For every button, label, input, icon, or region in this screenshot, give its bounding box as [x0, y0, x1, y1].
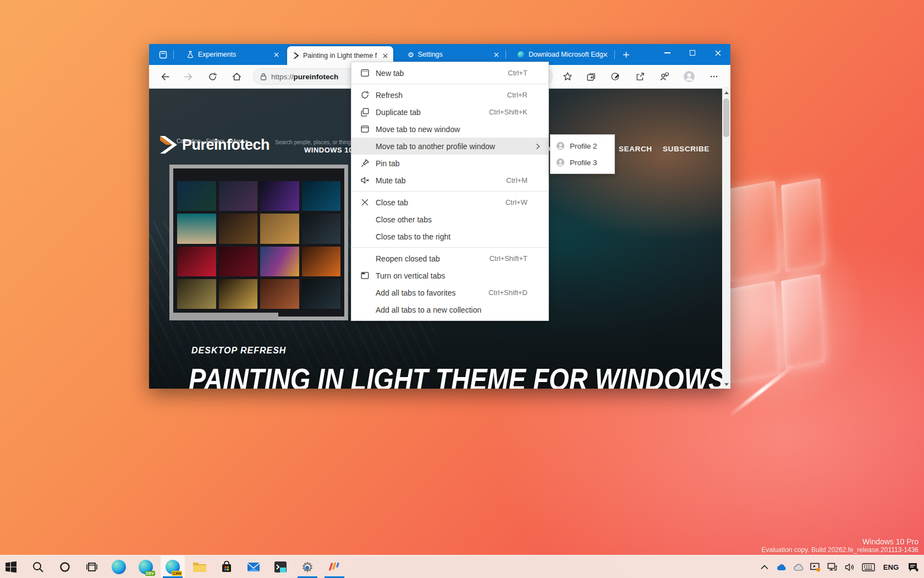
network-icon[interactable]: [827, 561, 838, 572]
nav-item[interactable]: SUBSCRIBE: [663, 145, 710, 153]
terminal-button[interactable]: [268, 555, 293, 578]
menu-item-close-other-tabs[interactable]: Close other tabs: [351, 211, 548, 228]
system-tray: ENG: [759, 555, 920, 578]
wallpaper-thumbnail: [260, 279, 299, 309]
submenu-arrow-icon: [535, 143, 541, 150]
hidden-icons-chevron[interactable]: [759, 561, 770, 572]
menu-item-shortcut: Ctrl+M: [506, 176, 542, 184]
edge-canary-taskbar-icon[interactable]: CAN: [161, 555, 185, 578]
scrollbar-thumb[interactable]: [723, 99, 729, 137]
article-headline-line1: PAINTING IN LIGHT THEME FOR WINDOWS: [189, 361, 725, 389]
menu-item-spacer: [359, 231, 370, 242]
menu-item-mute-tab[interactable]: Mute tab Ctrl+M: [351, 172, 548, 189]
cast-display-icon[interactable]: [810, 561, 821, 572]
dev-badge: DEV: [145, 571, 155, 576]
site-logo[interactable]: Pureinfotech: [159, 135, 270, 155]
profile-avatar[interactable]: [682, 69, 696, 84]
back-button[interactable]: [158, 69, 172, 84]
menu-item-move-tab-to-new-window[interactable]: Move tab to new window: [351, 121, 548, 138]
refresh-button[interactable]: [205, 69, 219, 84]
share-icon[interactable]: [633, 69, 647, 84]
menu-item-refresh[interactable]: Refresh Ctrl+R: [351, 86, 548, 103]
microsoft-store-button[interactable]: [215, 555, 239, 578]
vertical-tabs-icon: [359, 270, 370, 281]
edge-dev-taskbar-icon[interactable]: DEV: [134, 555, 158, 578]
forward-button[interactable]: [181, 69, 195, 84]
tab-close-button[interactable]: [383, 53, 388, 58]
minimize-button[interactable]: [654, 44, 680, 62]
url-domain: pureinfotech: [294, 73, 339, 81]
tab-actions-button[interactable]: [153, 44, 172, 65]
tab-close-button[interactable]: [494, 52, 499, 57]
web-capture-icon[interactable]: [608, 69, 623, 84]
tab-close-button[interactable]: [603, 52, 608, 57]
cortana-button[interactable]: [53, 555, 77, 578]
settings-button[interactable]: ⚙: [295, 555, 320, 578]
menu-item-label: Move tab to new window: [376, 125, 460, 134]
diagnostics-app-button[interactable]: [322, 555, 346, 578]
menu-item-label: Turn on vertical tabs: [376, 271, 445, 280]
canary-badge: CAN: [172, 571, 182, 576]
collections-icon[interactable]: [584, 69, 598, 84]
wallpaper-thumbnail: [177, 181, 216, 211]
menu-item-label: Add all tabs to favorites: [376, 288, 456, 297]
menu-item-move-tab-to-another-profile-window[interactable]: Move tab to another profile window: [351, 138, 548, 155]
file-explorer-button[interactable]: [188, 555, 212, 578]
banner-label: WINDOWS 10: [304, 146, 353, 154]
menu-separator: [352, 247, 548, 248]
search-button[interactable]: [26, 555, 50, 578]
tab-close-button[interactable]: [274, 52, 279, 57]
menu-item-new-tab[interactable]: New tab Ctrl+T: [351, 64, 548, 81]
menu-item-label: Add all tabs to a new collection: [376, 306, 481, 314]
wallpaper-thumbnail: [302, 214, 341, 243]
language-indicator[interactable]: ENG: [882, 563, 900, 571]
tab-label: Settings: [418, 51, 443, 58]
menu-item-turn-on-vertical-tabs[interactable]: Turn on vertical tabs: [351, 267, 548, 284]
menu-item-pin-tab[interactable]: Pin tab: [351, 155, 548, 172]
gear-icon: ⚙: [408, 51, 414, 58]
windows-flare-pane: [725, 281, 780, 383]
scroll-up-arrow[interactable]: [722, 89, 730, 97]
scroll-down-arrow[interactable]: [722, 380, 730, 389]
menu-item-label: Close tab: [376, 198, 408, 207]
menu-item-spacer: [359, 253, 370, 264]
start-button[interactable]: [0, 555, 23, 578]
close-icon: [359, 197, 370, 208]
onedrive-icon[interactable]: [776, 561, 787, 572]
tab-label: Experiments: [198, 51, 236, 58]
edge-taskbar-icon[interactable]: [107, 555, 131, 578]
refresh-icon: [359, 90, 370, 101]
nav-item[interactable]: SEARCH: [619, 145, 652, 153]
tab-experiments[interactable]: Experiments: [177, 44, 283, 65]
menu-item-reopen-closed-tab[interactable]: Reopen closed tab Ctrl+Shift+T: [351, 250, 548, 267]
menu-item-duplicate-tab[interactable]: Duplicate tab Ctrl+Shift+K: [351, 103, 548, 121]
mail-button[interactable]: [241, 555, 266, 578]
touch-keyboard-icon[interactable]: [861, 561, 876, 572]
menu-item-label: Duplicate tab: [376, 108, 421, 117]
menu-item-add-all-tabs-to-a-new-collection[interactable]: Add all tabs to a new collection: [351, 301, 548, 318]
favorites-icon[interactable]: [560, 69, 575, 84]
volume-icon[interactable]: [844, 561, 855, 572]
menu-item-label: Close other tabs: [376, 215, 432, 224]
task-view-button[interactable]: [80, 555, 104, 578]
menu-item-close-tabs-to-the-right[interactable]: Close tabs to the right: [351, 228, 548, 245]
menu-item-shortcut: Ctrl+T: [508, 69, 542, 77]
new-tab-button[interactable]: [618, 44, 634, 65]
screenshot-footer-bar: [169, 313, 278, 320]
submenu-item-profile-3[interactable]: Profile 3: [551, 154, 614, 171]
menu-item-close-tab[interactable]: Close tab Ctrl+W: [351, 194, 548, 211]
submenu-item-profile-2[interactable]: Profile 2: [551, 138, 614, 154]
menu-item-spacer: [359, 141, 370, 152]
feedback-person-icon[interactable]: [657, 69, 672, 84]
menu-item-label: Reopen closed tab: [376, 254, 440, 263]
gear-icon: ⚙: [301, 560, 314, 574]
home-button[interactable]: [229, 69, 244, 84]
menu-item-add-all-tabs-to-favorites[interactable]: Add all tabs to favorites Ctrl+Shift+D: [351, 284, 548, 301]
action-center-icon[interactable]: [906, 561, 920, 572]
close-button[interactable]: [705, 44, 730, 62]
more-menu-icon[interactable]: [707, 69, 721, 84]
tab-separator: [173, 50, 174, 59]
page-scrollbar[interactable]: [722, 89, 730, 389]
cloud-icon[interactable]: [793, 561, 804, 572]
maximize-button[interactable]: [680, 44, 705, 62]
